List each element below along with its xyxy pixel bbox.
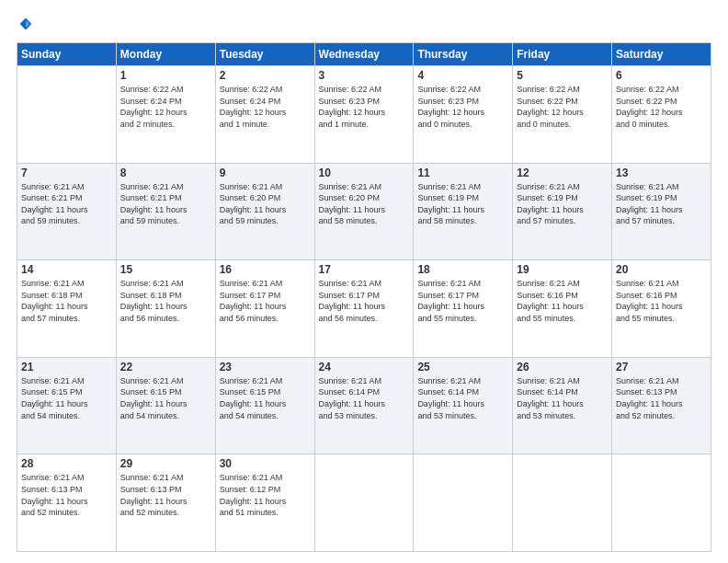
calendar-cell: 22Sunrise: 6:21 AMSunset: 6:15 PMDayligh…: [116, 357, 215, 454]
day-number: 30: [220, 457, 311, 470]
day-number: 23: [220, 361, 311, 373]
day-number: 26: [517, 361, 608, 373]
weekday-header-wednesday: Wednesday: [314, 43, 414, 66]
calendar-cell: 26Sunrise: 6:21 AMSunset: 6:14 PMDayligh…: [513, 357, 612, 454]
calendar-cell: 14Sunrise: 6:21 AMSunset: 6:18 PMDayligh…: [17, 260, 117, 358]
calendar-cell: 8Sunrise: 6:21 AMSunset: 6:21 PMDaylight…: [116, 163, 215, 260]
day-info: Sunrise: 6:21 AMSunset: 6:17 PMDaylight:…: [319, 278, 410, 324]
calendar-cell: 24Sunrise: 6:21 AMSunset: 6:14 PMDayligh…: [314, 357, 414, 454]
calendar-cell: [17, 66, 117, 164]
weekday-header-saturday: Saturday: [612, 43, 711, 66]
calendar-cell: 30Sunrise: 6:21 AMSunset: 6:12 PMDayligh…: [215, 454, 314, 552]
day-info: Sunrise: 6:22 AMSunset: 6:23 PMDaylight:…: [417, 84, 508, 130]
day-number: 12: [517, 167, 608, 179]
day-info: Sunrise: 6:21 AMSunset: 6:17 PMDaylight:…: [220, 278, 311, 324]
weekday-header-tuesday: Tuesday: [215, 43, 314, 66]
calendar-cell: 27Sunrise: 6:21 AMSunset: 6:13 PMDayligh…: [612, 357, 711, 454]
day-info: Sunrise: 6:22 AMSunset: 6:24 PMDaylight:…: [220, 84, 311, 130]
day-number: 10: [319, 167, 410, 179]
day-number: 16: [220, 263, 311, 276]
day-number: 3: [319, 69, 410, 82]
calendar-cell: 25Sunrise: 6:21 AMSunset: 6:14 PMDayligh…: [414, 357, 513, 454]
day-info: Sunrise: 6:21 AMSunset: 6:13 PMDaylight:…: [120, 472, 211, 518]
day-info: Sunrise: 6:21 AMSunset: 6:16 PMDaylight:…: [616, 278, 707, 324]
day-info: Sunrise: 6:21 AMSunset: 6:15 PMDaylight:…: [220, 375, 311, 421]
day-number: 22: [120, 361, 211, 373]
day-info: Sunrise: 6:21 AMSunset: 6:16 PMDaylight:…: [517, 278, 608, 324]
day-number: 25: [417, 361, 508, 373]
calendar-cell: 29Sunrise: 6:21 AMSunset: 6:13 PMDayligh…: [116, 454, 215, 552]
calendar-cell: 13Sunrise: 6:21 AMSunset: 6:19 PMDayligh…: [612, 163, 711, 260]
calendar-cell: 9Sunrise: 6:21 AMSunset: 6:20 PMDaylight…: [215, 163, 314, 260]
day-info: Sunrise: 6:21 AMSunset: 6:19 PMDaylight:…: [616, 181, 707, 227]
calendar-cell: 15Sunrise: 6:21 AMSunset: 6:18 PMDayligh…: [116, 260, 215, 358]
day-info: Sunrise: 6:21 AMSunset: 6:18 PMDaylight:…: [120, 278, 211, 324]
logo-icon: [18, 17, 33, 31]
calendar-cell: 12Sunrise: 6:21 AMSunset: 6:19 PMDayligh…: [513, 163, 612, 260]
day-number: 20: [616, 263, 707, 276]
day-number: 27: [616, 361, 707, 373]
day-info: Sunrise: 6:21 AMSunset: 6:18 PMDaylight:…: [21, 278, 112, 324]
calendar-cell: 19Sunrise: 6:21 AMSunset: 6:16 PMDayligh…: [513, 260, 612, 358]
calendar-cell: 11Sunrise: 6:21 AMSunset: 6:19 PMDayligh…: [414, 163, 513, 260]
day-number: 4: [417, 69, 508, 82]
page: SundayMondayTuesdayWednesdayThursdayFrid…: [0, 0, 728, 563]
day-info: Sunrise: 6:22 AMSunset: 6:22 PMDaylight:…: [616, 84, 707, 130]
calendar-cell: 28Sunrise: 6:21 AMSunset: 6:13 PMDayligh…: [17, 454, 117, 552]
calendar-cell: 10Sunrise: 6:21 AMSunset: 6:20 PMDayligh…: [314, 163, 414, 260]
calendar-cell: [612, 454, 711, 552]
day-number: 11: [417, 167, 508, 179]
day-info: Sunrise: 6:21 AMSunset: 6:19 PMDaylight:…: [517, 181, 608, 227]
day-number: 2: [220, 69, 311, 82]
calendar-cell: 20Sunrise: 6:21 AMSunset: 6:16 PMDayligh…: [612, 260, 711, 358]
day-number: 18: [417, 263, 508, 276]
day-info: Sunrise: 6:21 AMSunset: 6:21 PMDaylight:…: [21, 181, 112, 227]
calendar-cell: [314, 454, 414, 552]
week-row-2: 7Sunrise: 6:21 AMSunset: 6:21 PMDaylight…: [17, 163, 711, 260]
calendar-cell: 18Sunrise: 6:21 AMSunset: 6:17 PMDayligh…: [414, 260, 513, 358]
calendar-cell: 5Sunrise: 6:22 AMSunset: 6:22 PMDaylight…: [513, 66, 612, 164]
week-row-1: 1Sunrise: 6:22 AMSunset: 6:24 PMDaylight…: [17, 66, 711, 164]
header: [17, 17, 711, 33]
day-number: 1: [120, 69, 211, 82]
calendar-cell: [513, 454, 612, 552]
day-info: Sunrise: 6:22 AMSunset: 6:22 PMDaylight:…: [517, 84, 608, 130]
day-info: Sunrise: 6:21 AMSunset: 6:13 PMDaylight:…: [616, 375, 707, 421]
calendar-cell: 3Sunrise: 6:22 AMSunset: 6:23 PMDaylight…: [314, 66, 414, 164]
day-number: 8: [120, 167, 211, 179]
day-number: 14: [21, 263, 112, 276]
day-info: Sunrise: 6:21 AMSunset: 6:20 PMDaylight:…: [319, 181, 410, 227]
day-number: 24: [319, 361, 410, 373]
calendar-cell: [414, 454, 513, 552]
day-number: 29: [120, 457, 211, 470]
day-info: Sunrise: 6:21 AMSunset: 6:20 PMDaylight:…: [220, 181, 311, 227]
calendar-cell: 2Sunrise: 6:22 AMSunset: 6:24 PMDaylight…: [215, 66, 314, 164]
day-info: Sunrise: 6:21 AMSunset: 6:15 PMDaylight:…: [120, 375, 211, 421]
weekday-header-sunday: Sunday: [17, 43, 117, 66]
day-number: 28: [21, 457, 112, 470]
day-number: 5: [517, 69, 608, 82]
calendar-cell: 17Sunrise: 6:21 AMSunset: 6:17 PMDayligh…: [314, 260, 414, 358]
day-number: 15: [120, 263, 211, 276]
weekday-header-thursday: Thursday: [414, 43, 513, 66]
calendar-cell: 21Sunrise: 6:21 AMSunset: 6:15 PMDayligh…: [17, 357, 117, 454]
week-row-4: 21Sunrise: 6:21 AMSunset: 6:15 PMDayligh…: [17, 357, 711, 454]
day-info: Sunrise: 6:22 AMSunset: 6:24 PMDaylight:…: [120, 84, 211, 130]
day-info: Sunrise: 6:21 AMSunset: 6:17 PMDaylight:…: [417, 278, 508, 324]
day-number: 17: [319, 263, 410, 276]
day-info: Sunrise: 6:21 AMSunset: 6:14 PMDaylight:…: [517, 375, 608, 421]
day-number: 19: [517, 263, 608, 276]
day-info: Sunrise: 6:21 AMSunset: 6:15 PMDaylight:…: [21, 375, 112, 421]
weekday-header-row: SundayMondayTuesdayWednesdayThursdayFrid…: [17, 43, 711, 66]
calendar-cell: 23Sunrise: 6:21 AMSunset: 6:15 PMDayligh…: [215, 357, 314, 454]
day-info: Sunrise: 6:21 AMSunset: 6:14 PMDaylight:…: [417, 375, 508, 421]
calendar-table: SundayMondayTuesdayWednesdayThursdayFrid…: [17, 42, 711, 552]
calendar-cell: 4Sunrise: 6:22 AMSunset: 6:23 PMDaylight…: [414, 66, 513, 164]
logo: [17, 17, 33, 33]
day-info: Sunrise: 6:21 AMSunset: 6:14 PMDaylight:…: [319, 375, 410, 421]
day-info: Sunrise: 6:21 AMSunset: 6:12 PMDaylight:…: [220, 472, 311, 518]
calendar-cell: 6Sunrise: 6:22 AMSunset: 6:22 PMDaylight…: [612, 66, 711, 164]
weekday-header-monday: Monday: [116, 43, 215, 66]
day-number: 21: [21, 361, 112, 373]
day-number: 7: [21, 167, 112, 179]
